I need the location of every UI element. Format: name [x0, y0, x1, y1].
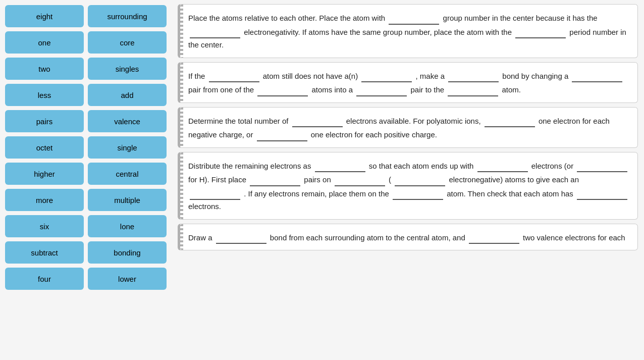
word-btn-add[interactable]: add: [88, 84, 167, 106]
blank-2-3: [448, 69, 499, 83]
card-2: If the atom still does not have a(n) , m…: [178, 62, 638, 103]
blank-4-5: [335, 172, 385, 186]
word-btn-pairs[interactable]: pairs: [5, 110, 84, 132]
blank-2-7: [448, 82, 498, 96]
word-btn-eight[interactable]: eight: [5, 5, 84, 27]
word-btn-two[interactable]: two: [5, 58, 84, 80]
blank-2-5: [257, 82, 308, 96]
blank-2-2: [361, 69, 412, 83]
word-btn-less[interactable]: less: [5, 84, 84, 106]
word-btn-central[interactable]: central: [88, 163, 167, 185]
blank-4-6: [395, 172, 445, 186]
word-btn-four[interactable]: four: [5, 268, 84, 290]
word-btn-valence[interactable]: valence: [88, 110, 167, 132]
blank-2-6: [356, 82, 407, 96]
card-1-text: Place the atoms relative to each other. …: [188, 11, 629, 52]
word-btn-one[interactable]: one: [5, 31, 84, 54]
word-btn-more[interactable]: more: [5, 189, 84, 211]
card-5-text: Draw a bond from each surrounding atom t…: [188, 230, 629, 244]
word-btn-octet[interactable]: octet: [5, 136, 84, 159]
word-btn-single[interactable]: single: [88, 136, 167, 159]
blank-3-3: [257, 127, 307, 141]
blank-1-1: [389, 11, 439, 25]
card-accent-3: [180, 108, 183, 147]
blank-3-2: [485, 114, 535, 128]
card-4: Distribute the remaining electrons as so…: [178, 152, 638, 220]
blank-5-2: [469, 230, 519, 244]
blank-5-1: [216, 230, 266, 244]
card-accent-5: [180, 224, 183, 250]
card-3: Determine the total number of electrons …: [178, 107, 638, 148]
word-btn-lone[interactable]: lone: [88, 215, 167, 237]
blank-4-3: [577, 159, 627, 173]
card-3-text: Determine the total number of electrons …: [188, 114, 629, 141]
blank-4-4: [250, 172, 300, 186]
word-btn-subtract[interactable]: subtract: [5, 241, 84, 264]
card-5: Draw a bond from each surrounding atom t…: [178, 224, 638, 251]
word-btn-multiple[interactable]: multiple: [88, 189, 167, 211]
content-area: Place the atoms relative to each other. …: [172, 0, 644, 360]
card-accent-1: [180, 5, 183, 58]
word-btn-lower[interactable]: lower: [88, 268, 167, 290]
card-4-text: Distribute the remaining electrons as so…: [188, 159, 629, 213]
blank-2-4: [572, 69, 622, 83]
blank-4-7: [190, 186, 240, 200]
blank-4-2: [477, 159, 528, 173]
blank-1-3: [515, 25, 566, 39]
blank-3-1: [292, 114, 343, 128]
card-accent-4: [180, 152, 183, 219]
blank-4-1: [315, 159, 365, 173]
card-2-text: If the atom still does not have a(n) , m…: [188, 69, 629, 96]
word-btn-higher[interactable]: higher: [5, 163, 84, 185]
card-1: Place the atoms relative to each other. …: [178, 4, 638, 58]
blank-1-2: [190, 25, 240, 39]
blank-4-9: [577, 186, 627, 200]
word-btn-singles[interactable]: singles: [88, 58, 167, 80]
word-btn-surrounding[interactable]: surrounding: [88, 5, 167, 27]
word-btn-six[interactable]: six: [5, 215, 84, 237]
card-accent-2: [180, 63, 183, 102]
word-btn-bonding[interactable]: bonding: [88, 241, 167, 264]
blank-2-1: [209, 69, 259, 83]
word-bank: eightsurroundingonecoretwosingleslessadd…: [0, 0, 172, 360]
blank-4-8: [393, 186, 443, 200]
word-btn-core[interactable]: core: [88, 31, 167, 54]
